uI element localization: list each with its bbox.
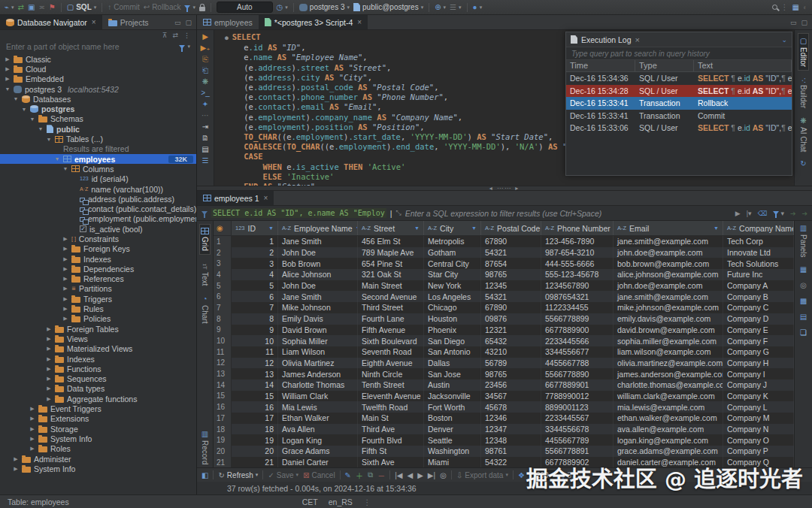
outline-icon[interactable]: ☰ [202, 157, 209, 165]
cell-city[interactable]: Miami [424, 457, 481, 467]
cell-postal-code[interactable]: 12347 [481, 424, 541, 435]
tree-item-triggers[interactable]: ▶Triggers [0, 294, 196, 304]
cell-id[interactable]: 17 [232, 413, 278, 424]
cell-phone-number[interactable]: 444-555-6666 [541, 258, 614, 269]
avatar[interactable]: ◐ [803, 4, 807, 11]
column-header-employee-name[interactable]: A-ZEmployee Name▼ [278, 221, 358, 235]
cell-city[interactable]: Chicago [424, 302, 481, 313]
tab-employees-editor[interactable]: employees [197, 15, 259, 29]
minimize-panel-icon[interactable]: ▭ [174, 19, 181, 26]
tree-item-data-types[interactable]: ▶Data types [0, 384, 196, 394]
cell-phone-number[interactable]: 1234567890 [541, 280, 614, 292]
cell-street[interactable]: Sixth Boulevard [358, 335, 424, 346]
tree-item-policies[interactable]: ▶Policies [0, 314, 196, 324]
cell-email[interactable]: bob.brown@example.com [614, 258, 723, 269]
cell-city[interactable]: Central City [424, 258, 481, 269]
ai-assist-icon[interactable]: ❋ [202, 78, 208, 86]
tab-builder[interactable]: ⸪Builder [799, 78, 808, 108]
cell-id[interactable]: 8 [232, 313, 278, 325]
cell-city[interactable]: Dallas [424, 358, 481, 369]
cell-email[interactable]: charlotte.thomas@example.com [614, 379, 723, 391]
cell-employee-name[interactable]: Ethan Walker [278, 413, 358, 424]
cell-street[interactable]: Fourth Blvd [358, 434, 424, 446]
cell-company-name[interactable]: Company E [723, 325, 794, 336]
table-row[interactable]: 66Jane SmithSecond AvenueLos Angeles5432… [214, 291, 794, 302]
commit-button[interactable]: ↑Commit [108, 3, 139, 11]
row-number[interactable]: 21 [214, 457, 232, 467]
row-number[interactable]: 12 [214, 358, 232, 369]
cell-postal-code[interactable]: 12348 [481, 434, 541, 446]
view-tab-record[interactable]: ▥Record [201, 430, 209, 464]
cell-phone-number[interactable]: 2233445567 [541, 413, 614, 424]
cell-postal-code[interactable]: 09876 [481, 313, 541, 325]
cell-employee-name[interactable]: William Clark [278, 391, 358, 402]
export-data-button[interactable]: ⇩Export data▾ [456, 471, 508, 479]
tree-item-system-info[interactable]: ▶System Info [0, 434, 196, 443]
tab-projects[interactable]: Projects [102, 15, 155, 29]
cell-company-name[interactable]: Company K [723, 391, 794, 402]
cell-street[interactable]: Seventh Road [358, 346, 424, 358]
cell-employee-name[interactable]: Emily Davis [278, 313, 358, 325]
table-row[interactable]: 1515William ClarkEleventh AvenueJacksonv… [214, 391, 794, 402]
cell-company-name[interactable]: Tech Solutions [723, 258, 794, 269]
tree-item-cloud[interactable]: ▶Cloud [0, 64, 196, 74]
close-icon[interactable]: × [92, 18, 96, 26]
close-icon[interactable]: × [357, 18, 362, 26]
filter-menu-icon[interactable]: ▾ [773, 210, 784, 217]
tree-item-foreign-keys[interactable]: ▶Foreign Keys [0, 244, 196, 254]
tab-database-navigator[interactable]: Database Navigator× [0, 15, 102, 29]
cell-phone-number[interactable]: 3344556678 [541, 424, 614, 435]
table-row[interactable]: 1414Charlotte ThomasTenth StreetAustin23… [214, 379, 794, 391]
cell-id[interactable]: 20 [232, 446, 278, 457]
column-header-postal-code[interactable]: A-ZPostal Code▼ [481, 221, 541, 235]
cell-employee-name[interactable]: Alice Johnson [278, 269, 358, 280]
close-icon[interactable]: × [264, 194, 268, 202]
cell-employee-name[interactable]: Sophia Miller [278, 335, 358, 346]
row-number[interactable]: 17 [214, 413, 232, 424]
cell-id[interactable]: 1 [232, 236, 278, 247]
table-row[interactable]: 1616Mia LewisTwelfth RoadFort Worth45678… [214, 401, 794, 413]
execute-icon[interactable]: ▶ [202, 33, 208, 41]
cell-city[interactable]: Seattle [424, 434, 481, 446]
cell-street[interactable]: Fifth St [358, 446, 424, 457]
tab-results-employees-1[interactable]: employees 1× [197, 191, 274, 205]
maximize-panel-icon[interactable]: ▢ [185, 19, 192, 26]
row-number[interactable]: 15 [214, 391, 232, 402]
filter-history-icon[interactable]: |▾ [747, 210, 752, 217]
cancel-button[interactable]: ⊠Cancel [303, 471, 335, 479]
tree-item-indexes[interactable]: ▶Indexes [0, 254, 196, 264]
row-number[interactable]: 1 [214, 236, 232, 247]
row-number[interactable]: 16 [214, 401, 232, 413]
refresh-connection-icon[interactable]: ⇄ [18, 4, 24, 11]
table-row[interactable]: 55John DoeMain StreetNew York12345123456… [214, 280, 794, 292]
cell-street[interactable]: Fifth Avenue [358, 325, 424, 336]
column-header-id[interactable]: 123ID▼ [232, 221, 278, 235]
cell-id[interactable]: 15 [232, 391, 278, 402]
cell-id[interactable]: 5 [232, 280, 278, 292]
tree-item-public[interactable]: ▼public [0, 124, 196, 134]
cell-phone-number[interactable]: 6677889901 [541, 379, 614, 391]
cell-street[interactable]: Ninth Circle [358, 368, 424, 379]
cell-email[interactable]: jane.smith@example.com [614, 291, 723, 302]
log-col-text[interactable]: Text [694, 60, 792, 71]
cell-employee-name[interactable]: Bob Brown [278, 258, 358, 269]
tree-item-references[interactable]: ▶References [0, 274, 196, 284]
table-row[interactable]: 99David BrownFifth AvenuePhoenix12321667… [214, 325, 794, 336]
database-select[interactable]: public@postgres▾ [353, 3, 423, 11]
cell-phone-number[interactable]: 5566778890 [541, 368, 614, 379]
refresh-button[interactable]: ↻Refresh▾ [218, 471, 258, 479]
goto-row-icon[interactable]: ◎ [440, 471, 447, 479]
cell-employee-name[interactable]: David Brown [278, 325, 358, 336]
cell-company-name[interactable]: Company J [723, 379, 794, 391]
cell-street[interactable]: Third Ave [358, 424, 424, 435]
cell-employee-name[interactable]: Mia Lewis [278, 401, 358, 413]
tree-item-employment-public-employment-[interactable]: employment (public.employment_ [0, 214, 196, 224]
tree-item-event-triggers[interactable]: ▶Event Triggers [0, 404, 196, 413]
cell-company-name[interactable]: Company H [723, 358, 794, 369]
filter-sql-text[interactable]: SELECT e.id AS "ID", e.name AS "Employ [211, 208, 386, 218]
cell-employee-name[interactable]: John Doe [278, 247, 358, 259]
link-editor-icon[interactable]: ⇄ [172, 32, 178, 39]
calc-panel-icon[interactable]: ▩ [800, 297, 807, 305]
table-row[interactable]: 1919Logan KingFourth BlvdSeattle12348445… [214, 434, 794, 446]
tree-item-address-public-address-[interactable]: address (public.address) [0, 194, 196, 204]
